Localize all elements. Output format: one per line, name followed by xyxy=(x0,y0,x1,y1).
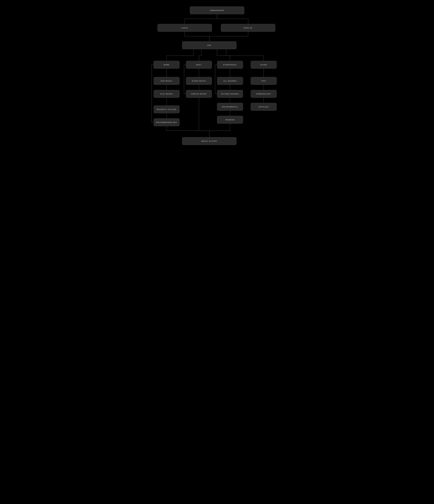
recently-played-node: RECENTLY PLAYED xyxy=(154,106,180,113)
tips-node: TIPS xyxy=(251,77,277,85)
nature-sounds-node: NATURE SOUNDS xyxy=(217,90,243,98)
play-mixes-node: PLAY MIXES xyxy=(154,90,180,98)
login-node: LOGIN xyxy=(158,24,212,32)
signup-node: SIGN UP xyxy=(221,24,275,32)
all-sounds-node: ALL SOUNDS xyxy=(217,77,243,85)
articles-node: ARTICLES xyxy=(251,103,277,111)
app-node: APP xyxy=(182,41,236,49)
experience-node: EXPERIENCE xyxy=(217,61,243,69)
create-mixes-node: CREATE MIXES xyxy=(186,90,212,98)
learn-node: LEARN xyxy=(251,61,277,69)
recommended-mix-node: RECOMMENDED MIX xyxy=(154,118,180,126)
flowchart-diagram: ONBOARDING LOGIN SIGN UP APP HOME REST E… xyxy=(151,5,283,161)
music-player-node: MSUIC PLAYER xyxy=(182,137,236,145)
terminology-node: TERMINOLOGY xyxy=(251,90,277,98)
home-node: HOME xyxy=(154,61,180,69)
sleep-music-node: SLEEP MUSIC xyxy=(186,77,212,85)
nap-music-node: NAP MUSIC xyxy=(154,77,180,85)
rest-node: REST xyxy=(186,61,212,69)
random-node: RANDOM xyxy=(217,116,243,124)
instrumental-node: INSTRUMENTAL xyxy=(217,103,243,111)
onboarding-node: ONBOARDING xyxy=(190,7,244,14)
